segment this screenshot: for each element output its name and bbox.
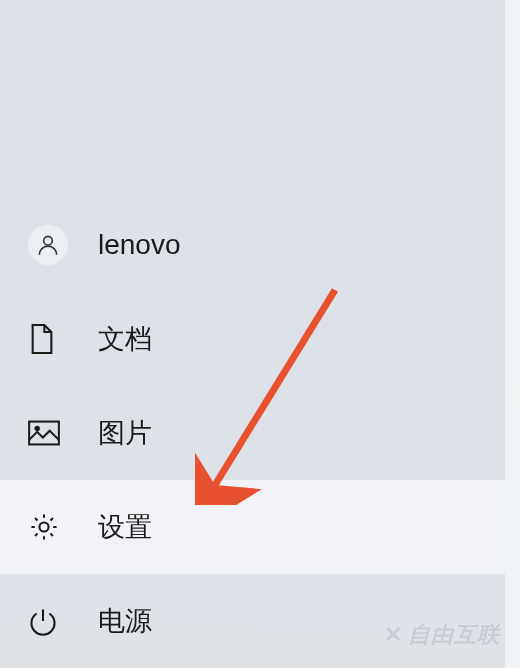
picture-icon-wrap xyxy=(28,420,76,446)
power-icon-wrap xyxy=(28,606,76,636)
power-item[interactable]: 电源 xyxy=(0,574,505,668)
picture-icon xyxy=(28,420,60,446)
pictures-item[interactable]: 图片 xyxy=(0,386,505,480)
document-icon xyxy=(28,322,56,356)
documents-label: 文档 xyxy=(98,321,152,357)
menu-list: lenovo 文档 图片 xyxy=(0,198,505,668)
svg-point-0 xyxy=(44,236,53,245)
power-label: 电源 xyxy=(98,603,152,639)
user-label: lenovo xyxy=(98,229,181,261)
svg-rect-1 xyxy=(29,422,59,445)
documents-item[interactable]: 文档 xyxy=(0,292,505,386)
user-account-item[interactable]: lenovo xyxy=(0,198,505,292)
person-icon xyxy=(35,232,61,258)
user-icon-wrap xyxy=(28,225,76,265)
right-edge-strip xyxy=(505,0,520,668)
svg-point-2 xyxy=(35,427,38,430)
power-icon xyxy=(28,606,58,636)
gear-icon xyxy=(28,511,60,543)
start-menu-left-rail: lenovo 文档 图片 xyxy=(0,0,505,668)
document-icon-wrap xyxy=(28,322,76,356)
settings-item[interactable]: 设置 xyxy=(0,480,505,574)
settings-label: 设置 xyxy=(98,509,152,545)
pictures-label: 图片 xyxy=(98,415,152,451)
gear-icon-wrap xyxy=(28,511,76,543)
user-icon-circle xyxy=(28,225,68,265)
svg-point-3 xyxy=(39,522,48,531)
